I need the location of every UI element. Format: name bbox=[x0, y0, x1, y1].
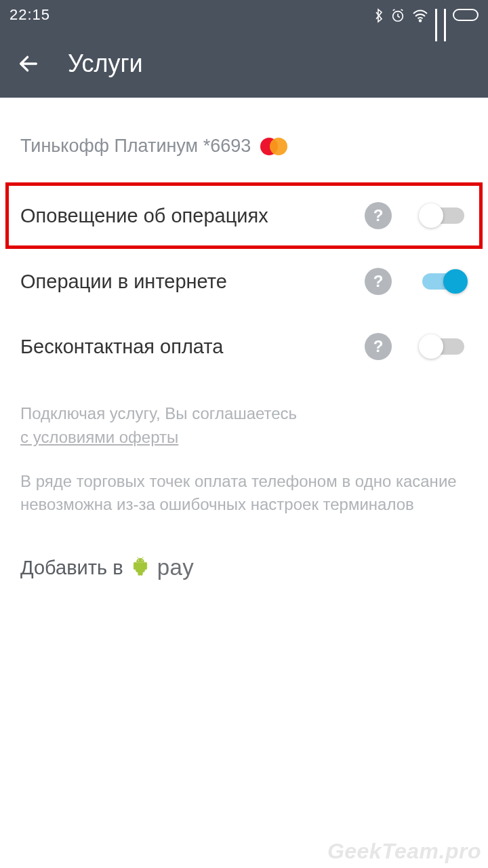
toggle-contactless[interactable] bbox=[419, 336, 468, 357]
svg-point-2 bbox=[138, 559, 139, 561]
row-label: Операции в интернете bbox=[20, 271, 365, 293]
help-icon[interactable]: ? bbox=[365, 333, 392, 360]
signal-icon-2 bbox=[444, 9, 446, 21]
mastercard-icon bbox=[260, 137, 289, 156]
row-label: Оповещение об операциях bbox=[20, 205, 365, 227]
toggle-internet-ops[interactable] bbox=[419, 271, 468, 292]
signal-icon bbox=[435, 9, 437, 21]
card-name: Тинькофф Платинум *6693 bbox=[20, 136, 251, 157]
toggle-notifications[interactable] bbox=[419, 205, 468, 226]
row-label: Бесконтактная оплата bbox=[20, 336, 365, 358]
svg-point-1 bbox=[420, 20, 422, 22]
wifi-icon bbox=[412, 6, 428, 24]
card-header: Тинькофф Платинум *6693 bbox=[20, 98, 468, 182]
addpay-prefix: Добавить в bbox=[20, 557, 123, 579]
help-icon[interactable]: ? bbox=[365, 268, 392, 295]
row-internet-ops: Операции в интернете ? bbox=[20, 249, 468, 314]
back-button[interactable] bbox=[14, 49, 43, 79]
row-contactless: Бесконтактная оплата ? bbox=[20, 314, 468, 379]
android-icon bbox=[131, 555, 149, 580]
row-notifications: Оповещение об операциях ? bbox=[5, 182, 483, 249]
watermark: GeekTeam.pro bbox=[327, 839, 481, 864]
content: Тинькофф Платинум *6693 Оповещение об оп… bbox=[0, 98, 488, 580]
alarm-icon bbox=[390, 6, 405, 24]
disclosure-para2: В ряде торговых точек оплата телефоном в… bbox=[20, 470, 468, 517]
app-bar: Услуги bbox=[0, 30, 488, 98]
bluetooth-icon bbox=[374, 6, 384, 24]
disclosure-line1: Подключая услугу, Вы соглашаетесь bbox=[20, 402, 468, 426]
battery-icon bbox=[453, 9, 479, 21]
disclosure-text: Подключая услугу, Вы соглашаетесь с усло… bbox=[20, 379, 468, 517]
add-to-pay-button[interactable]: Добавить в pay bbox=[20, 517, 468, 580]
status-bar: 22:15 bbox=[0, 0, 488, 30]
status-icons bbox=[374, 6, 479, 24]
pay-brand-text: pay bbox=[157, 555, 195, 580]
help-icon[interactable]: ? bbox=[365, 202, 392, 229]
svg-point-3 bbox=[142, 559, 143, 561]
terms-link[interactable]: с условиями оферты bbox=[20, 426, 178, 450]
page-title: Услуги bbox=[68, 50, 143, 78]
clock-time: 22:15 bbox=[9, 6, 50, 24]
